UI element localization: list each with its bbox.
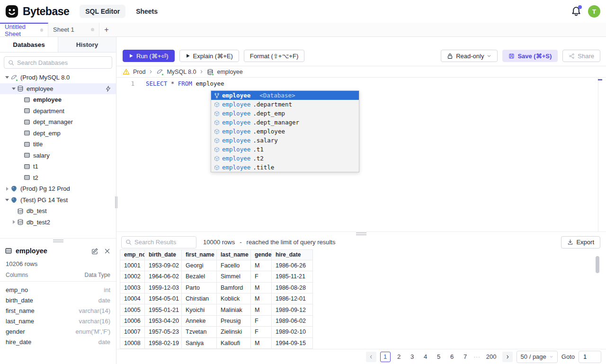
tree-item-table-title[interactable]: title bbox=[0, 139, 116, 150]
brand-logo[interactable]: Bytebase bbox=[5, 4, 69, 18]
caret-right-icon[interactable] bbox=[13, 220, 15, 224]
share-button[interactable]: Share bbox=[562, 50, 600, 62]
results-splitter[interactable] bbox=[116, 231, 606, 235]
breadcrumb-environment[interactable]: Prod bbox=[133, 69, 145, 75]
readonly-mode-select[interactable]: Read-only bbox=[441, 50, 498, 62]
search-results-input[interactable] bbox=[134, 239, 192, 246]
tree-item-db-test2[interactable]: db_test2 bbox=[0, 217, 116, 228]
results-search bbox=[121, 236, 196, 249]
breadcrumb-database[interactable]: employee bbox=[217, 69, 242, 75]
editor-overview-marker bbox=[598, 79, 602, 80]
table-row: 100031959-12-03PartoBamfordM1986-08-28 bbox=[120, 283, 312, 293]
column-row: emp_noint bbox=[0, 284, 116, 295]
page-7-button[interactable]: 7 bbox=[461, 353, 470, 360]
editor-scroll-rail[interactable] bbox=[598, 78, 598, 231]
postgres-instance-icon bbox=[10, 196, 18, 204]
column-header[interactable]: birth_date bbox=[145, 250, 182, 260]
suggestion-item[interactable]: employee.employee bbox=[211, 127, 359, 136]
prev-page-button[interactable] bbox=[366, 352, 376, 362]
tree-item-table-t1[interactable]: t1 bbox=[0, 161, 116, 172]
tree-item-employee-database[interactable]: employee bbox=[0, 83, 116, 95]
columns-header: Columns bbox=[6, 272, 28, 278]
tree-item-table-dept-emp[interactable]: dept_emp bbox=[0, 128, 116, 139]
goto-page-input[interactable] bbox=[579, 351, 601, 363]
tree-item-table-t2[interactable]: t2 bbox=[0, 172, 116, 184]
save-button[interactable]: Save (⌘+S) bbox=[502, 50, 558, 62]
suggestion-item[interactable]: employee.dept_emp bbox=[211, 109, 359, 118]
explain-button[interactable]: Explain (⌘+E) bbox=[179, 50, 239, 62]
sheet-tab-bar: Untitled Sheet Sheet 1 + bbox=[0, 23, 606, 37]
download-icon bbox=[567, 239, 573, 245]
column-header[interactable]: emp_no bbox=[120, 250, 145, 260]
suggestion-item[interactable]: employee.dept_manager bbox=[211, 118, 359, 127]
suggestion-item-selected[interactable]: employee <Database> bbox=[211, 91, 359, 100]
database-tree: (Prod) MySQL 8.0 employee employee bbox=[0, 71, 116, 238]
tree-item-pg12-instance[interactable]: (Prod) Pg 12 Prod bbox=[0, 183, 116, 195]
sql-editor-app: Bytebase SQL Editor Sheets T Untitled Sh… bbox=[0, 0, 606, 364]
table-suggestion-icon bbox=[214, 102, 220, 107]
pagination-ellipsis: ··· bbox=[474, 354, 481, 360]
breadcrumb-instance[interactable]: MySQL 8.0 bbox=[167, 69, 196, 75]
export-button[interactable]: Export bbox=[561, 236, 600, 249]
tree-item-pg14-instance[interactable]: (Test) PG 14 Test bbox=[0, 195, 116, 206]
tree-item-table-employee[interactable]: employee bbox=[0, 94, 116, 106]
warning-icon bbox=[123, 68, 130, 75]
unsaved-dot[interactable] bbox=[40, 28, 43, 32]
page-2-button[interactable]: 2 bbox=[394, 353, 404, 360]
column-header[interactable]: last_name bbox=[217, 250, 251, 260]
tree-item-table-salary[interactable]: salary bbox=[0, 150, 116, 161]
detail-panel-title: employee bbox=[16, 247, 47, 255]
data-type-header: Data Type bbox=[85, 272, 110, 278]
add-sheet-button[interactable]: + bbox=[99, 23, 114, 36]
limit-note: reached the limit of query results bbox=[247, 239, 336, 246]
edit-table-icon[interactable] bbox=[91, 248, 98, 255]
nav-sql-editor[interactable]: SQL Editor bbox=[80, 5, 125, 18]
column-header[interactable]: hire_date bbox=[272, 250, 312, 260]
search-databases-input[interactable] bbox=[17, 59, 108, 66]
tree-item-mysql-instance[interactable]: (Prod) MySQL 8.0 bbox=[0, 72, 116, 83]
suggestion-item[interactable]: employee.department bbox=[211, 100, 359, 109]
tab-sheet-1[interactable]: Sheet 1 bbox=[48, 23, 99, 36]
table-suggestion-icon bbox=[214, 111, 220, 116]
tree-item-table-department[interactable]: department bbox=[0, 106, 116, 117]
format-button[interactable]: Format (⇧+⌥+F) bbox=[244, 50, 304, 62]
next-page-button[interactable] bbox=[502, 352, 513, 362]
page-1-button[interactable]: 1 bbox=[380, 352, 391, 362]
suggestion-item[interactable]: employee.t2 bbox=[211, 154, 359, 163]
table-icon bbox=[24, 152, 30, 159]
notifications-bell-icon[interactable] bbox=[571, 6, 581, 17]
caret-down-icon[interactable] bbox=[5, 199, 9, 201]
table-suggestion-icon bbox=[214, 165, 220, 170]
caret-right-icon[interactable] bbox=[6, 187, 9, 191]
nav-sheets[interactable]: Sheets bbox=[130, 5, 163, 18]
suggestion-item[interactable]: employee.t1 bbox=[211, 145, 359, 154]
tree-item-db-test[interactable]: db_test bbox=[0, 205, 116, 217]
close-panel-icon[interactable] bbox=[104, 248, 110, 254]
unsaved-dot[interactable] bbox=[91, 28, 94, 31]
panel-splitter[interactable] bbox=[0, 238, 116, 243]
suggestion-item[interactable]: employee.title bbox=[211, 163, 359, 172]
tree-item-table-dept-manager[interactable]: dept_manager bbox=[0, 116, 116, 128]
page-4-button[interactable]: 4 bbox=[421, 353, 430, 360]
page-3-button[interactable]: 3 bbox=[408, 353, 417, 360]
result-row-count: 10000 rows bbox=[203, 239, 235, 246]
run-button[interactable]: Run (⌘+⏎) bbox=[123, 50, 175, 62]
page-6-button[interactable]: 6 bbox=[447, 353, 457, 360]
results-scrollbar-thumb[interactable] bbox=[596, 256, 599, 273]
page-200-button[interactable]: 200 bbox=[484, 353, 499, 360]
code-line-1: 1 SELECT * FROM employee bbox=[116, 78, 606, 88]
page-size-select[interactable]: 50 / page bbox=[517, 351, 558, 363]
tab-untitled-sheet[interactable]: Untitled Sheet bbox=[0, 23, 48, 36]
caret-down-icon[interactable] bbox=[12, 88, 16, 90]
suggestion-item[interactable]: employee.salary bbox=[211, 136, 359, 145]
tab-history[interactable]: History bbox=[58, 37, 116, 52]
caret-down-icon[interactable] bbox=[5, 76, 9, 79]
connect-bolt-icon[interactable] bbox=[105, 86, 111, 92]
sql-code-editor[interactable]: 1 SELECT * FROM employee employee <Datab… bbox=[116, 78, 606, 231]
user-avatar[interactable]: T bbox=[588, 5, 600, 18]
page-5-button[interactable]: 5 bbox=[434, 353, 444, 360]
search-icon bbox=[8, 60, 14, 66]
column-header[interactable]: first_name bbox=[182, 250, 217, 260]
tab-databases[interactable]: Databases bbox=[0, 37, 58, 52]
column-header[interactable]: gender bbox=[251, 250, 272, 260]
